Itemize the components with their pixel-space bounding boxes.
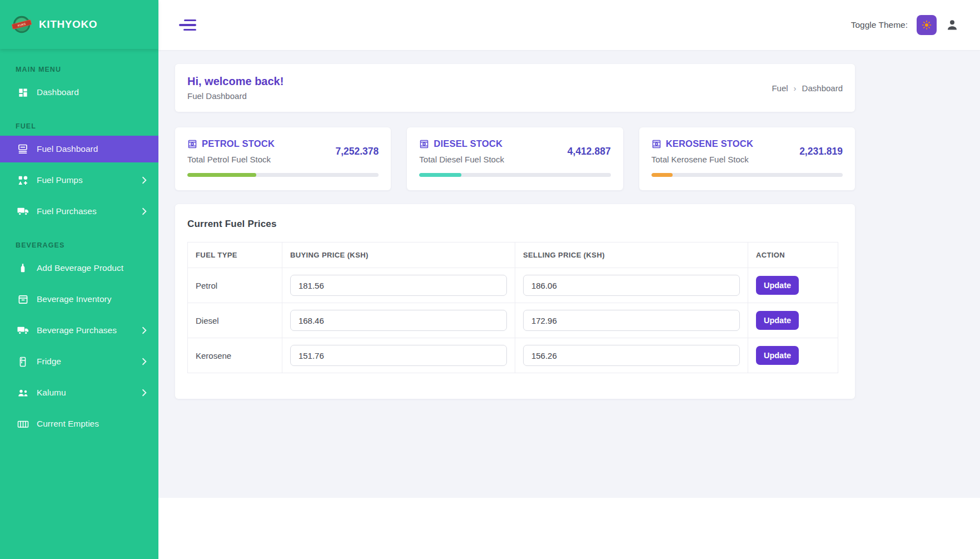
table-row-petrol: Petrol Update bbox=[188, 268, 838, 303]
sidebar-section-beverages: BEVERAGES bbox=[16, 241, 158, 249]
crate-icon bbox=[17, 418, 29, 430]
brand-name: KITHYOKO bbox=[39, 18, 97, 31]
toggle-theme-label: Toggle Theme: bbox=[851, 20, 908, 30]
kerosene-progress-track bbox=[651, 173, 843, 177]
petrol-update-button[interactable]: Update bbox=[756, 276, 799, 295]
stat-value: 7,252.378 bbox=[335, 146, 379, 157]
sidebar-item-add-beverage-product[interactable]: Add Beverage Product bbox=[0, 255, 158, 281]
chevron-right-icon bbox=[141, 358, 148, 365]
stat-subtitle: Total Diesel Fuel Stock bbox=[419, 155, 504, 164]
person-icon bbox=[946, 18, 959, 32]
shapes-icon bbox=[17, 174, 29, 186]
chevron-right-icon bbox=[141, 327, 148, 334]
column-header-buying-price: BUYING PRICE (KSH) bbox=[282, 243, 515, 268]
petrol-selling-price-input[interactable] bbox=[523, 275, 740, 296]
breadcrumb-dashboard[interactable]: Dashboard bbox=[802, 83, 843, 93]
sidebar-item-label: Fridge bbox=[37, 357, 141, 367]
kerosene-progress-fill bbox=[651, 173, 673, 177]
sidebar-item-label: Beverage Inventory bbox=[37, 294, 148, 304]
people-icon bbox=[17, 387, 29, 399]
fuel-drum-icon bbox=[187, 139, 197, 149]
stat-subtitle: Total Petrol Fuel Stock bbox=[187, 155, 275, 164]
chevron-right-icon bbox=[141, 176, 148, 184]
chevron-right-icon bbox=[141, 207, 148, 215]
diesel-progress-fill bbox=[419, 173, 461, 177]
stats-row: PETROL STOCK Total Petrol Fuel Stock 7,2… bbox=[175, 127, 855, 190]
sun-icon bbox=[922, 20, 932, 30]
petrol-buying-price-input[interactable] bbox=[290, 275, 507, 296]
fuel-drum-icon bbox=[651, 139, 661, 149]
sidebar: KUKS KITHYOKO MAIN MENU Dashboard FUEL F… bbox=[0, 0, 158, 559]
kerosene-stock-card: KEROSENE STOCK Total Kerosene Fuel Stock… bbox=[639, 127, 855, 190]
stat-value: 4,412.887 bbox=[568, 146, 611, 157]
diesel-stock-card: DIESEL STOCK Total Diesel Fuel Stock 4,4… bbox=[407, 127, 623, 190]
stat-title: KEROSENE STOCK bbox=[666, 138, 753, 149]
column-header-selling-price: SELLING PRICE (KSH) bbox=[515, 243, 748, 268]
fuel-prices-card: Current Fuel Prices FUEL TYPE BUYING PRI… bbox=[175, 204, 855, 399]
chevron-right-icon bbox=[141, 389, 148, 397]
sidebar-item-label: Fuel Dashboard bbox=[37, 144, 148, 154]
dashboard-grid-icon bbox=[17, 86, 29, 98]
diesel-buying-price-input[interactable] bbox=[290, 310, 507, 331]
inventory-box-icon bbox=[17, 293, 29, 305]
sidebar-item-beverage-purchases[interactable]: Beverage Purchases bbox=[0, 317, 158, 344]
stat-title: DIESEL STOCK bbox=[434, 138, 503, 149]
user-account-button[interactable] bbox=[946, 18, 959, 32]
bottle-icon bbox=[17, 262, 29, 274]
fuel-dashboard-icon bbox=[17, 143, 29, 155]
fuel-type-cell: Diesel bbox=[188, 303, 282, 338]
diesel-selling-price-input[interactable] bbox=[523, 310, 740, 331]
content-area: Hi, welcome back! Fuel Dashboard Fuel › … bbox=[158, 50, 980, 559]
kithyoko-badge-logo: KUKS bbox=[11, 14, 32, 35]
petrol-progress-track bbox=[187, 173, 379, 177]
table-row-diesel: Diesel Update bbox=[188, 303, 838, 338]
sidebar-item-fuel-pumps[interactable]: Fuel Pumps bbox=[0, 167, 158, 194]
sidebar-item-label: Dashboard bbox=[37, 87, 148, 97]
welcome-card: Hi, welcome back! Fuel Dashboard Fuel › … bbox=[175, 64, 855, 112]
breadcrumb: Fuel › Dashboard bbox=[772, 83, 843, 93]
sidebar-section-main-menu: MAIN MENU bbox=[16, 66, 158, 73]
sidebar-item-label: Fuel Pumps bbox=[37, 175, 141, 185]
sidebar-item-label: Kalumu bbox=[37, 388, 141, 398]
fridge-icon bbox=[17, 355, 29, 368]
sidebar-item-label: Current Empties bbox=[37, 419, 148, 429]
sidebar-section-fuel: FUEL bbox=[16, 122, 158, 130]
diesel-progress-track bbox=[419, 173, 610, 177]
sidebar-item-fuel-dashboard[interactable]: Fuel Dashboard bbox=[0, 136, 158, 162]
topbar: Toggle Theme: bbox=[158, 0, 980, 50]
sidebar-item-beverage-inventory[interactable]: Beverage Inventory bbox=[0, 286, 158, 313]
kerosene-buying-price-input[interactable] bbox=[290, 345, 507, 366]
truck-icon bbox=[17, 324, 29, 337]
sidebar-item-dashboard[interactable]: Dashboard bbox=[0, 79, 158, 106]
stat-value: 2,231.819 bbox=[799, 146, 843, 157]
stat-title: PETROL STOCK bbox=[202, 138, 275, 149]
sidebar-item-fridge[interactable]: Fridge bbox=[0, 348, 158, 375]
sidebar-item-fuel-purchases[interactable]: Fuel Purchases bbox=[0, 198, 158, 225]
sidebar-item-current-empties[interactable]: Current Empties bbox=[0, 410, 158, 437]
petrol-stock-card: PETROL STOCK Total Petrol Fuel Stock 7,2… bbox=[175, 127, 391, 190]
welcome-title: Hi, welcome back! bbox=[187, 75, 283, 88]
hamburger-menu-icon[interactable] bbox=[177, 17, 198, 33]
fuel-drum-icon bbox=[419, 139, 429, 149]
diesel-update-button[interactable]: Update bbox=[756, 311, 799, 330]
brand-header: KUKS KITHYOKO bbox=[0, 0, 158, 49]
kerosene-selling-price-input[interactable] bbox=[523, 345, 740, 366]
petrol-progress-fill bbox=[187, 173, 256, 177]
welcome-subtitle: Fuel Dashboard bbox=[187, 91, 283, 101]
sidebar-item-label: Add Beverage Product bbox=[37, 263, 148, 273]
fuel-prices-title: Current Fuel Prices bbox=[187, 219, 838, 230]
column-header-fuel-type: FUEL TYPE bbox=[188, 243, 282, 268]
fuel-type-cell: Petrol bbox=[188, 268, 282, 303]
breadcrumb-fuel[interactable]: Fuel bbox=[772, 83, 788, 93]
sidebar-item-kalumu[interactable]: Kalumu bbox=[0, 379, 158, 406]
fuel-prices-table: FUEL TYPE BUYING PRICE (KSH) SELLING PRI… bbox=[187, 242, 838, 373]
main-area: Toggle Theme: bbox=[158, 0, 980, 559]
theme-toggle-button[interactable] bbox=[917, 15, 937, 35]
stat-subtitle: Total Kerosene Fuel Stock bbox=[651, 155, 753, 164]
breadcrumb-separator: › bbox=[794, 83, 797, 93]
kerosene-update-button[interactable]: Update bbox=[756, 346, 799, 365]
table-row-kerosene: Kerosene Update bbox=[188, 338, 838, 373]
fuel-type-cell: Kerosene bbox=[188, 338, 282, 373]
truck-icon bbox=[17, 205, 29, 217]
sidebar-item-label: Fuel Purchases bbox=[37, 206, 141, 216]
